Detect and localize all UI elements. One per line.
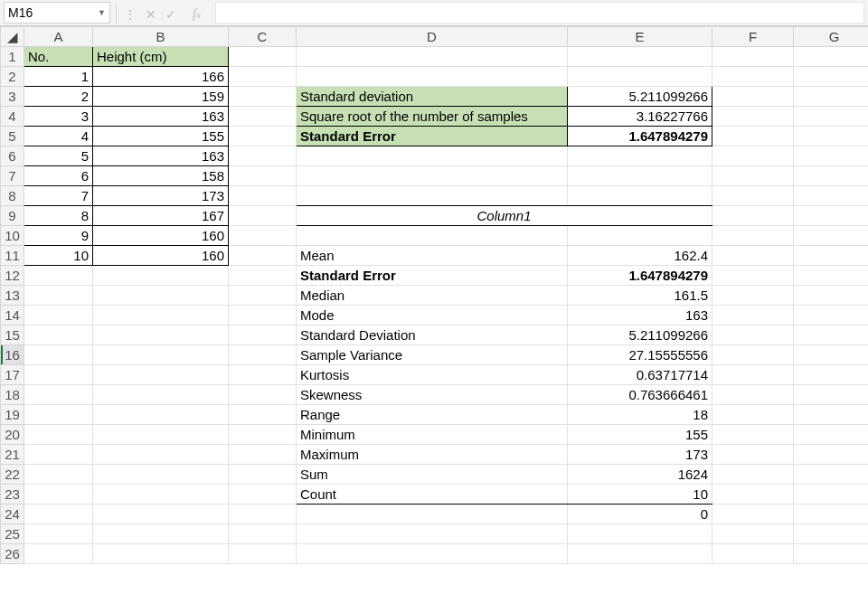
- cell[interactable]: [794, 127, 869, 146]
- cell[interactable]: 166: [93, 67, 229, 87]
- row-header[interactable]: 8: [1, 186, 24, 206]
- cell[interactable]: [794, 166, 869, 186]
- cell[interactable]: [24, 524, 93, 544]
- row-header[interactable]: 18: [1, 385, 24, 405]
- cell[interactable]: 8: [24, 206, 93, 226]
- cell[interactable]: Count: [297, 485, 568, 505]
- cell[interactable]: [24, 345, 93, 365]
- cancel-icon[interactable]: ✕: [146, 7, 156, 22]
- cell[interactable]: 1: [24, 67, 93, 87]
- cell[interactable]: 160: [93, 246, 229, 266]
- cell[interactable]: 1.647894279: [568, 266, 712, 286]
- cell[interactable]: [93, 465, 229, 485]
- select-all-corner[interactable]: ◢: [1, 27, 24, 47]
- cell[interactable]: [229, 47, 297, 67]
- row-header[interactable]: 16: [1, 345, 24, 365]
- cell[interactable]: [712, 107, 794, 127]
- cell[interactable]: 155: [568, 425, 712, 445]
- cell[interactable]: [93, 385, 229, 405]
- cell[interactable]: [712, 166, 794, 186]
- cell[interactable]: [297, 186, 568, 206]
- cell[interactable]: [297, 505, 568, 524]
- row-header[interactable]: 22: [1, 465, 24, 485]
- cell[interactable]: [229, 405, 297, 425]
- cell[interactable]: [229, 246, 297, 266]
- cell[interactable]: [229, 524, 297, 544]
- row-header[interactable]: 26: [1, 544, 24, 564]
- cell[interactable]: [24, 425, 93, 445]
- row-header[interactable]: 12: [1, 266, 24, 286]
- cell[interactable]: [794, 544, 869, 564]
- cell[interactable]: [229, 166, 297, 186]
- cell[interactable]: Height (cm): [93, 47, 229, 67]
- cell[interactable]: 5.211099266: [568, 87, 712, 107]
- cell[interactable]: [93, 266, 229, 286]
- cell[interactable]: 173: [93, 186, 229, 206]
- chevron-down-icon[interactable]: ▼: [98, 8, 106, 17]
- row-header[interactable]: 10: [1, 226, 24, 246]
- cell[interactable]: 10: [568, 485, 712, 505]
- row-header[interactable]: 4: [1, 107, 24, 127]
- cell[interactable]: [712, 306, 794, 325]
- cell[interactable]: [794, 246, 869, 266]
- col-header-C[interactable]: C: [229, 27, 297, 47]
- cell[interactable]: [712, 345, 794, 365]
- cell[interactable]: [712, 246, 794, 266]
- row-header[interactable]: 17: [1, 365, 24, 385]
- cell[interactable]: [93, 286, 229, 306]
- cell[interactable]: [93, 445, 229, 465]
- cell[interactable]: [712, 524, 794, 544]
- cell[interactable]: [712, 325, 794, 345]
- cell[interactable]: [568, 67, 712, 87]
- worksheet[interactable]: ◢ A B C D E F G 1 No. Height (cm) 2 1 16…: [0, 26, 868, 613]
- cell[interactable]: 27.15555556: [568, 345, 712, 365]
- cell[interactable]: [229, 445, 297, 465]
- cell[interactable]: [794, 67, 869, 87]
- cell[interactable]: No.: [24, 47, 93, 67]
- cell[interactable]: [93, 306, 229, 325]
- cell[interactable]: Minimum: [297, 425, 568, 445]
- cell[interactable]: [794, 524, 869, 544]
- row-header[interactable]: 19: [1, 405, 24, 425]
- cell[interactable]: [93, 325, 229, 345]
- cell[interactable]: 160: [93, 226, 229, 246]
- cell[interactable]: Maximum: [297, 445, 568, 465]
- cell[interactable]: [297, 544, 568, 564]
- cell[interactable]: [794, 405, 869, 425]
- cell[interactable]: 1624: [568, 465, 712, 485]
- cell[interactable]: [24, 544, 93, 564]
- cell[interactable]: [93, 345, 229, 365]
- cell[interactable]: [229, 206, 297, 226]
- row-header[interactable]: 3: [1, 87, 24, 107]
- cell[interactable]: [229, 87, 297, 107]
- cell[interactable]: 163: [568, 306, 712, 325]
- cell[interactable]: [712, 465, 794, 485]
- cell[interactable]: Kurtosis: [297, 365, 568, 385]
- fx-icon[interactable]: fx: [185, 7, 208, 22]
- cell[interactable]: [24, 325, 93, 345]
- cell[interactable]: [712, 47, 794, 67]
- row-header[interactable]: 15: [1, 325, 24, 345]
- cell[interactable]: 0.63717714: [568, 365, 712, 385]
- row-header[interactable]: 9: [1, 206, 24, 226]
- cell[interactable]: [24, 286, 93, 306]
- cell[interactable]: [24, 266, 93, 286]
- cell[interactable]: [568, 166, 712, 186]
- cell[interactable]: Sample Variance: [297, 345, 568, 365]
- cell[interactable]: [229, 186, 297, 206]
- cell[interactable]: [794, 186, 869, 206]
- cell[interactable]: [794, 266, 869, 286]
- cell[interactable]: [568, 544, 712, 564]
- cell[interactable]: 4: [24, 127, 93, 146]
- cell[interactable]: 7: [24, 186, 93, 206]
- cell[interactable]: [794, 345, 869, 365]
- cell[interactable]: [93, 485, 229, 505]
- cell[interactable]: 0.763666461: [568, 385, 712, 405]
- cell[interactable]: [712, 286, 794, 306]
- cell[interactable]: [297, 146, 568, 166]
- cell[interactable]: [568, 186, 712, 206]
- cell[interactable]: [24, 505, 93, 524]
- formula-input[interactable]: [215, 2, 864, 24]
- cell[interactable]: [229, 385, 297, 405]
- cell[interactable]: [93, 505, 229, 524]
